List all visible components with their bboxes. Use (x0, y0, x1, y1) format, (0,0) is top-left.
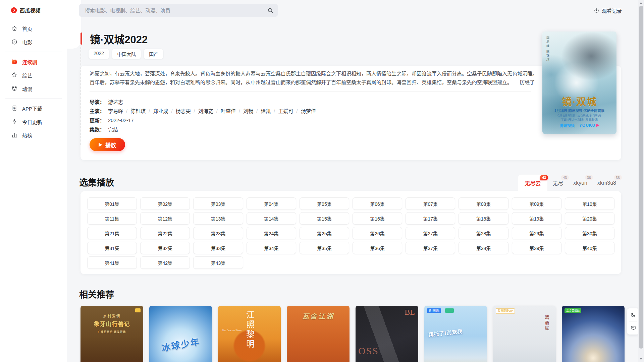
episode-button[interactable]: 第28集 (459, 227, 508, 239)
sidebar-item-variety[interactable]: 综艺 (0, 68, 67, 82)
title-accent-bar (80, 33, 82, 45)
cast-link[interactable]: 杨志雯 (176, 107, 191, 114)
sidebar-item-movies[interactable]: 电影 (0, 35, 67, 49)
episode-button[interactable]: 第10集 (565, 197, 614, 210)
episode-button[interactable]: 第26集 (353, 227, 402, 239)
sidebar-item-trending[interactable]: 热榜 (0, 128, 67, 142)
episode-button[interactable]: 第04集 (247, 197, 296, 210)
sidebar-item-series[interactable]: 连续剧 (0, 55, 67, 68)
watch-history-button[interactable]: 观看记录 (594, 6, 622, 15)
tag-year[interactable]: 2022 (89, 49, 109, 59)
episode-button[interactable]: 第20集 (565, 212, 614, 225)
scrollbar-track[interactable] (638, 0, 644, 362)
recommend-poster-bingqiu-shaonian[interactable]: 冰球少年 (149, 306, 212, 362)
play-button[interactable]: 播放 (90, 138, 125, 151)
episode-button[interactable]: 第18集 (459, 212, 508, 225)
brand-logo[interactable]: 西瓜视频 (10, 7, 67, 14)
episode-button[interactable]: 第27集 (406, 227, 455, 239)
sidebar-item-label: 动漫 (22, 85, 32, 92)
cast-link[interactable]: 郑业成 (153, 107, 168, 114)
episode-button[interactable]: 第24集 (247, 227, 296, 239)
cast-link[interactable]: 刘畅 (243, 107, 253, 114)
platform-chip: 爱奇艺出品 (565, 308, 581, 313)
sidebar-nav: 首页 电影 连续剧 综艺 动漫 APP APP下载 (0, 22, 67, 142)
episode-button[interactable]: 第34集 (247, 242, 296, 254)
recommend-poster-washe-jianghu[interactable]: 瓦舍江湖 (287, 306, 350, 362)
episode-button[interactable]: 第13集 (193, 212, 243, 225)
episode-button[interactable]: 第33集 (193, 242, 243, 254)
episode-button[interactable]: 第42集 (140, 256, 190, 269)
cast-link[interactable]: 陈钰琪 (130, 107, 146, 114)
recommend-poster-boss[interactable]: BL OSS (356, 306, 418, 362)
cast-link[interactable]: 叶盛佳 (221, 107, 236, 114)
episode-button[interactable]: 第14集 (247, 212, 296, 225)
episode-button[interactable]: 第12集 (140, 212, 190, 225)
cast-separator: / (274, 108, 275, 114)
search-bar[interactable] (79, 4, 278, 17)
episode-button[interactable]: 第31集 (87, 242, 137, 254)
episode-button[interactable]: 第03集 (193, 197, 243, 210)
episode-button[interactable]: 第08集 (459, 197, 508, 210)
tab-count-badge: 36 (614, 175, 622, 180)
search-input[interactable] (79, 4, 278, 17)
scrollbar-down-arrow[interactable] (640, 358, 642, 360)
cast-link[interactable]: 刘海宽 (198, 107, 213, 114)
recommend-poster-baituole-biechongwo[interactable]: 腾讯视频 拜托了!别宠我 (424, 306, 487, 362)
scrollbar-up-arrow[interactable] (640, 2, 642, 4)
tab-source-xkyun[interactable]: xkyun 36 (568, 175, 592, 191)
episode-button[interactable]: 第43集 (193, 256, 243, 269)
episode-button[interactable]: 第25集 (300, 227, 349, 239)
poster-title: 镜·双城 (542, 94, 616, 108)
episode-button[interactable]: 第39集 (512, 242, 561, 254)
sidebar-item-today-updates[interactable]: 今日更新 (0, 115, 67, 128)
tag-category[interactable]: 国产 (144, 49, 163, 59)
episode-button[interactable]: 第36集 (353, 242, 402, 254)
episode-button[interactable]: 第29集 (512, 227, 561, 239)
search-icon[interactable] (267, 7, 274, 14)
tag-region[interactable]: 中国大陆 (112, 49, 141, 59)
recommend-poster-xiangcun-aiqing[interactable]: 乡村爱情 象牙山行善记 广坤行善忙 爆笑开场 (80, 306, 143, 362)
episode-button[interactable]: 第01集 (87, 197, 137, 210)
episode-button[interactable]: 第15集 (300, 212, 349, 225)
feedback-button[interactable] (627, 321, 639, 334)
cast-link[interactable]: 王媛可 (278, 107, 293, 114)
episode-button[interactable]: 第30集 (565, 227, 614, 239)
episode-button[interactable]: 第38集 (459, 242, 508, 254)
episode-button[interactable]: 第11集 (87, 212, 137, 225)
recommend-poster-jiangzhao-liming[interactable]: 江照黎明 The Crack of Dawn (218, 306, 281, 362)
episode-button[interactable]: 第41集 (87, 256, 137, 269)
cast-link[interactable]: 汤梦佳 (301, 107, 316, 114)
cast-link[interactable]: 谭凯 (261, 107, 271, 114)
episode-button[interactable]: 第35集 (300, 242, 349, 254)
cast-link[interactable]: 李易峰 (108, 107, 123, 114)
episode-button[interactable]: 第19集 (512, 212, 561, 225)
sidebar-item-anime[interactable]: 动漫 (0, 82, 67, 95)
episode-button[interactable]: 第32集 (140, 242, 190, 254)
scrollbar-thumb[interactable] (639, 6, 643, 349)
episode-button[interactable]: 第17集 (406, 212, 455, 225)
director-name[interactable]: 游达志 (108, 98, 123, 105)
star-burst-icon (11, 72, 18, 78)
episode-button[interactable]: 第05集 (300, 197, 349, 210)
tab-label: 无尽 (552, 179, 563, 187)
tab-source-wujin[interactable]: 无尽 43 (547, 175, 568, 191)
episode-button[interactable]: 第23集 (193, 227, 243, 239)
episode-button[interactable]: 第40集 (565, 242, 614, 254)
recommend-poster-snowglobe[interactable]: 爱奇艺出品 Vacation of Love (562, 306, 625, 362)
episode-button[interactable]: 第16集 (353, 212, 402, 225)
episode-button[interactable]: 第02集 (140, 197, 190, 210)
tab-source-xkm3u8[interactable]: xkm3u8 36 (592, 175, 621, 191)
tab-source-wujinyun[interactable]: 无尽云 43 (518, 175, 547, 191)
sidebar-item-app-download[interactable]: APP APP下载 (0, 102, 67, 115)
sidebar-item-home[interactable]: 首页 (0, 22, 67, 35)
dark-mode-button[interactable] (627, 308, 639, 321)
series-poster[interactable]: 李易峰 陈钰琪 镜·双城 1月16日 腾讯视频 优酷全网首播 会员每周日到周三2… (542, 32, 616, 134)
episode-button[interactable]: 第07集 (406, 197, 455, 210)
episode-button[interactable]: 第37集 (406, 242, 455, 254)
episode-button[interactable]: 第22集 (140, 227, 190, 239)
episode-button[interactable]: 第21集 (87, 227, 137, 239)
recommend-poster-yanyufu[interactable]: 腾讯视频VIP 嫣语赋 (493, 306, 556, 362)
episode-button[interactable]: 第09集 (512, 197, 561, 210)
sidebar-item-label: 热榜 (22, 132, 32, 139)
episode-button[interactable]: 第06集 (353, 197, 402, 210)
